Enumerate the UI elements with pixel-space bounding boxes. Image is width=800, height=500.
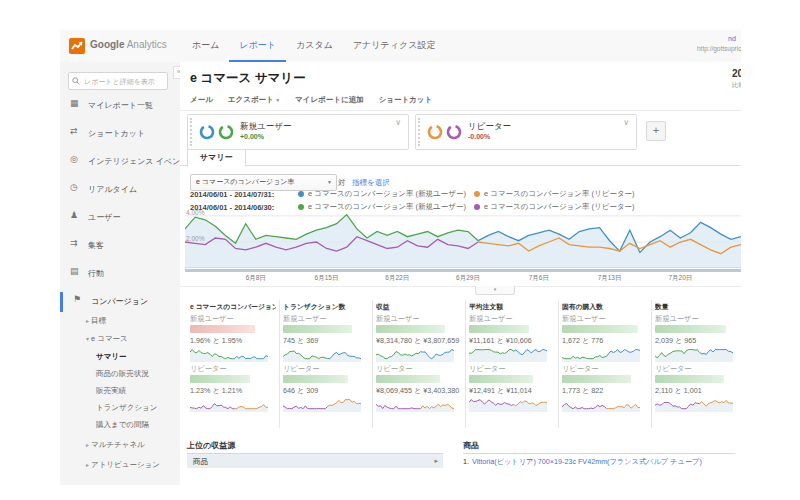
product-link[interactable]: Vittoria(ビットリア) 700×19-23c FV42mm(フランス式バ…: [472, 457, 702, 466]
intelligence-icon: ◎: [70, 154, 82, 164]
metric-segment-label: 新規ユーザー: [562, 314, 648, 323]
segment-card-0[interactable]: 新規ユーザー+0.00%∨: [187, 114, 409, 150]
nav-item-2[interactable]: カスタム: [286, 30, 343, 62]
chevron-right-icon: ▸: [434, 457, 438, 465]
sidebar-subitem-label: 販売実績: [96, 386, 126, 395]
metric-value: 646 と 309: [283, 386, 369, 395]
date-range-selector[interactable]: 2014/06/01 - 2014/07/31 ▼: [732, 68, 741, 79]
legend-date: 2014/06/01 - 2014/06/30:: [190, 203, 290, 212]
sidebar-item-7[interactable]: ⚑コンバージョン: [60, 292, 183, 312]
vs-label: 対: [338, 178, 346, 188]
metric-compare-bar: [190, 375, 250, 383]
products-header: 商品: [463, 440, 479, 454]
sidebar-subitem-6[interactable]: 購入までの間隔: [96, 420, 149, 430]
sidebar-subitem-5[interactable]: トランザクション: [96, 403, 157, 413]
metric-value: 1,773 と 822: [562, 386, 648, 395]
sidebar-subitem-1[interactable]: ▾e コマース: [86, 334, 128, 344]
sidebar-item-label: ショートカット: [88, 128, 145, 139]
google-analytics-logo-icon[interactable]: [69, 38, 85, 54]
sidebar-subitem-7[interactable]: ▸マルチチャネル: [86, 440, 145, 450]
drag-handle-icon[interactable]: [190, 118, 195, 146]
metric-segment-label: 新規ユーザー: [190, 314, 276, 323]
metric-card-title: e コマースのコンバージョン率: [190, 302, 276, 312]
metric-value: 1.23% と 1.21%: [190, 386, 276, 395]
sidebar-item-2[interactable]: ◎インテリジェンス イベント: [60, 152, 180, 172]
revenue-source-row[interactable]: 商品 ▸: [187, 454, 443, 468]
sidebar-subitem-8[interactable]: ▸アトリビューション: [86, 460, 160, 470]
shortcuts-icon: ⇄: [70, 126, 82, 136]
sidebar-item-label: マイレポート一覧: [88, 100, 153, 111]
sidebar-subitem-3[interactable]: 商品の販売状況: [96, 369, 149, 379]
metric-compare-bar: [283, 325, 352, 333]
page-title: e コマース サマリー: [190, 70, 306, 87]
timeseries-chart[interactable]: 4.00%2.00%: [185, 212, 741, 268]
top-revenue-sources-header: 上位の収益源: [187, 440, 235, 454]
toolbar-item-3[interactable]: ショートカット: [379, 95, 433, 105]
metric-compare-bar: [283, 375, 348, 383]
toolbar-item-0[interactable]: メール: [190, 95, 213, 105]
chevron-right-icon: ▸: [86, 442, 89, 448]
metric-card-title: 数量: [655, 302, 741, 312]
nav-item-1[interactable]: レポート: [229, 30, 286, 62]
sparkline-chart: [376, 397, 454, 412]
behavior-icon: ▤: [70, 266, 82, 276]
sidebar-subitem-label: 購入までの間隔: [96, 420, 149, 429]
metric-value: ¥11,161 と ¥10,606: [469, 336, 555, 345]
legend-label: e コマースのコンバージョン率 (新規ユーザー): [308, 189, 466, 199]
brand-title: Google Analytics: [90, 39, 167, 50]
chart-divider: [180, 286, 741, 287]
sidebar-subitem-label: サマリー: [96, 352, 127, 361]
report-search-input[interactable]: レポートと詳細を表示: [68, 72, 168, 90]
segment-card-1[interactable]: リピーター-0.00%∨: [415, 114, 637, 150]
nav-item-3[interactable]: アナリティクス設定: [343, 30, 445, 62]
metric-segment-label: 新規ユーザー: [376, 314, 462, 323]
sidebar-item-0[interactable]: ▦マイレポート一覧: [60, 96, 180, 116]
toolbar-divider: [180, 110, 741, 111]
toolbar-item-2[interactable]: マイレポートに追加: [295, 95, 364, 105]
metric-value: ¥8,314,780 と ¥3,807,659: [376, 336, 462, 345]
metric-card-5: 数量新規ユーザー2,039 と 965リピーター2,110 と 1,001: [652, 300, 741, 428]
add-segment-button[interactable]: +: [646, 121, 666, 141]
sparkline-chart: [190, 397, 268, 412]
sidebar-item-6[interactable]: ▤行動: [60, 264, 180, 284]
metric-value: 745 と 369: [283, 336, 369, 345]
legend-label: e コマースのコンバージョン率 (リピーター): [484, 202, 635, 212]
toolbar-item-1[interactable]: エクスポート ▼: [228, 95, 280, 105]
segment-delta: -0.00%: [468, 133, 490, 140]
sidebar-subitem-2[interactable]: サマリー: [96, 352, 127, 362]
sparkline-chart: [190, 347, 268, 362]
sidebar-subitem-4[interactable]: 販売実績: [96, 386, 126, 396]
chart-axis-strip[interactable]: [185, 269, 741, 272]
drag-handle-icon[interactable]: [418, 118, 423, 146]
metric-value: 2,110 と 1,001: [655, 386, 741, 395]
metric-compare-bar: [655, 325, 726, 333]
chart-collapse-handle[interactable]: ▾: [475, 286, 515, 295]
chevron-right-icon: ▸: [86, 318, 89, 324]
tab-summary[interactable]: サマリー: [187, 149, 246, 167]
nav-item-0[interactable]: ホーム: [182, 30, 229, 62]
metric-value: 2,039 と 965: [655, 336, 741, 345]
segment-donut-icon: [427, 124, 443, 140]
sidebar-item-5[interactable]: ⇉集客: [60, 236, 180, 256]
chevron-down-icon[interactable]: ∨: [395, 118, 401, 127]
date-compare-label: 比較: 2014/06/01 - 2014/06/30: [732, 81, 741, 90]
segment-donut-icon: [218, 124, 234, 140]
sidebar-subitem-0[interactable]: ▸目標: [86, 316, 106, 326]
sidebar-subitem-label: マルチチャネル: [91, 440, 145, 449]
x-axis-tick: 7月13日: [593, 274, 627, 283]
legend-label: e コマースのコンバージョン率 (リピーター): [484, 189, 635, 199]
sidebar-item-1[interactable]: ⇄ショートカット: [60, 124, 180, 144]
top-bar: Google Analytics ホームレポートカスタムアナリティクス設定 nd…: [60, 30, 741, 63]
account-email-link[interactable]: nd: [728, 35, 736, 42]
metric-compare-bar: [469, 325, 529, 333]
metric-card-title: 収益: [376, 302, 462, 312]
metric-compare-bar: [469, 375, 533, 383]
top-nav: ホームレポートカスタムアナリティクス設定: [182, 30, 445, 62]
sidebar-item-3[interactable]: ◷リアルタイム: [60, 180, 180, 200]
sidebar-subitem-label: e コマース: [91, 334, 128, 343]
realtime-icon: ◷: [70, 182, 82, 192]
search-icon: [72, 77, 80, 85]
select-metric-link[interactable]: 指標を選択: [352, 178, 390, 188]
chevron-down-icon[interactable]: ∨: [623, 118, 629, 127]
sidebar-item-4[interactable]: ♟ユーザー: [60, 208, 180, 228]
